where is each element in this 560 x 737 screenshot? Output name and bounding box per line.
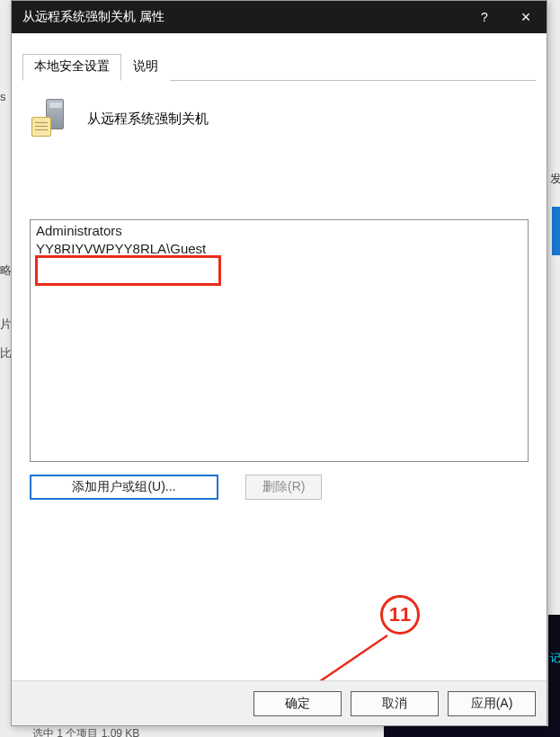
button-label: 添加用户或组(U)... <box>72 479 175 495</box>
screen-root: s 略 片 比 发 记 选中 1 个项目 1.09 KB 从远程系统强制关机 属… <box>0 0 560 737</box>
list-item-label: YY8RIYVWPYY8RLA\Guest <box>36 241 206 256</box>
list-item-label: Administrators <box>36 223 122 238</box>
bg-dark-panel <box>384 726 560 737</box>
button-label: 确定 <box>285 696 310 712</box>
status-bar-text: 选中 1 个项目 1.09 KB <box>32 726 139 737</box>
dialog-content: 本地安全设置 说明 从远程系统强制关机 Administrators <box>12 33 547 725</box>
tab-local-security[interactable]: 本地安全设置 <box>22 54 121 81</box>
bg-dark-panel <box>548 615 560 737</box>
policy-header: 从远程系统强制关机 <box>22 81 536 138</box>
annotation-step-marker: 11 <box>380 595 420 635</box>
list-item[interactable]: Administrators <box>34 222 524 240</box>
apply-button[interactable]: 应用(A) <box>448 691 536 716</box>
bg-text: 发 <box>550 171 560 187</box>
ok-button[interactable]: 确定 <box>253 691 342 716</box>
bg-text: s <box>0 90 6 103</box>
properties-dialog: 从远程系统强制关机 属性 ? × 本地安全设置 说明 <box>11 0 547 726</box>
tab-explain[interactable]: 说明 <box>121 54 170 81</box>
annotation-label: 11 <box>389 603 411 626</box>
list-item[interactable]: YY8RIYVWPYY8RLA\Guest <box>34 240 524 258</box>
bg-text: 记 <box>548 647 560 670</box>
titlebar[interactable]: 从远程系统强制关机 属性 ? × <box>12 1 547 33</box>
list-action-row: 添加用户或组(U)... 删除(R) <box>30 475 529 500</box>
button-label: 取消 <box>382 696 407 712</box>
button-label: 应用(A) <box>471 696 513 712</box>
remove-button: 删除(R) <box>245 475 322 500</box>
help-icon: ? <box>481 10 488 24</box>
help-button[interactable]: ? <box>464 1 505 33</box>
add-user-group-button[interactable]: 添加用户或组(U)... <box>30 475 218 500</box>
tab-strip: 本地安全设置 说明 <box>22 53 536 81</box>
dialog-button-bar: 确定 取消 应用(A) <box>12 680 547 725</box>
tab-label: 说明 <box>133 58 158 73</box>
policy-title: 从远程系统强制关机 <box>87 111 209 128</box>
close-icon: × <box>521 9 531 25</box>
window-title: 从远程系统强制关机 属性 <box>22 9 464 25</box>
policy-icon <box>30 99 69 138</box>
principals-list[interactable]: Administrators YY8RIYVWPYY8RLA\Guest <box>30 219 529 462</box>
bg-accent <box>552 207 560 255</box>
button-label: 删除(R) <box>262 479 305 495</box>
tab-label: 本地安全设置 <box>34 58 110 73</box>
cancel-button[interactable]: 取消 <box>351 691 439 716</box>
close-button[interactable]: × <box>505 1 547 33</box>
